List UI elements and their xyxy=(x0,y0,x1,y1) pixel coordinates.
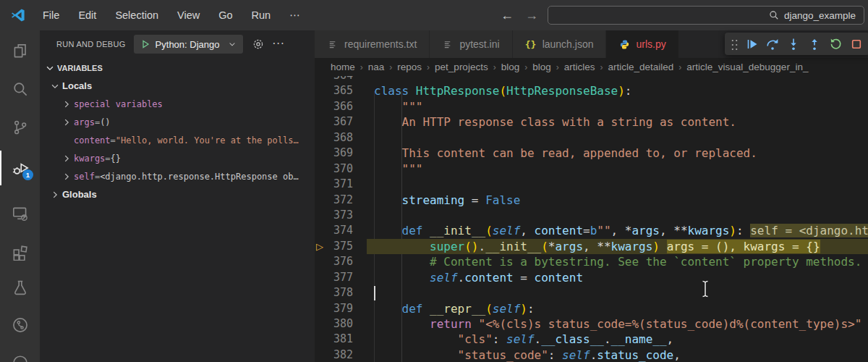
code-line-content[interactable]: self.content = content xyxy=(367,270,868,285)
code-line-content[interactable]: An HTTP response class with a string as … xyxy=(367,114,868,130)
code-line-content[interactable] xyxy=(367,285,868,300)
code-line-content[interactable]: "cls": self.__class__.__name__, xyxy=(367,332,868,347)
variable-row-kwargs[interactable]: kwargs = {} xyxy=(40,149,315,167)
breadcrumb-item-naa[interactable]: naa xyxy=(368,62,385,72)
breadcrumb-item-article_detailed[interactable]: article_detailed xyxy=(608,62,673,72)
breadcrumb-item-articles[interactable]: articles xyxy=(564,62,595,72)
line-number[interactable]: 364 xyxy=(315,76,353,83)
menu-item-file[interactable]: File xyxy=(33,0,69,30)
breadcrumb-item-article_visual_debugger_in_[interactable]: article_visual_debugger_in_ xyxy=(686,62,808,72)
debug-stop-button[interactable] xyxy=(849,37,864,51)
scope-label: Locals xyxy=(62,80,92,91)
tab-requirements-txt[interactable]: requirements.txt xyxy=(315,30,430,58)
variable-name: self xyxy=(74,172,95,182)
code-editor[interactable]: 364365class HttpResponse(HttpResponseBas… xyxy=(315,76,868,362)
code-line-content[interactable] xyxy=(367,177,868,192)
code-line: 379 def __repr__(self): xyxy=(315,301,868,316)
activity-item-share[interactable] xyxy=(0,308,40,342)
code-line-content[interactable]: return "<%(cls)s status_code=%(status_co… xyxy=(367,316,868,332)
code-line-content[interactable] xyxy=(367,130,868,146)
code-line: 367 An HTTP response class with a string… xyxy=(315,114,868,130)
command-center-search[interactable]: django_example xyxy=(548,6,864,25)
debug-step-into-button[interactable] xyxy=(786,37,801,51)
code-line-content[interactable]: """ xyxy=(367,99,868,114)
activity-item-account[interactable] xyxy=(0,342,40,362)
line-number[interactable]: 377 xyxy=(315,270,353,285)
activity-item-remote-explorer[interactable] xyxy=(0,196,40,231)
scope-label: Globals xyxy=(62,189,97,200)
activity-item-source-control[interactable] xyxy=(0,110,40,145)
variable-row-content[interactable]: content = "Hello, world. You're at the p… xyxy=(40,131,315,149)
line-number[interactable]: 369 xyxy=(315,146,353,161)
activity-item-explorer[interactable] xyxy=(0,33,40,68)
code-line-content[interactable]: "status_code": self.status_code, xyxy=(367,348,868,362)
debug-continue-button[interactable] xyxy=(744,37,759,51)
line-number[interactable]: 376 xyxy=(315,254,353,269)
breadcrumb-item-home[interactable]: home xyxy=(331,62,355,72)
launch-config-dropdown[interactable]: Python: Django xyxy=(134,35,243,54)
menu-item-[interactable]: ⋯ xyxy=(280,0,310,30)
menu-item-run[interactable]: Run xyxy=(242,0,281,30)
menu-item-view[interactable]: View xyxy=(168,0,209,30)
variables-scope-locals[interactable]: Locals xyxy=(40,77,315,95)
activity-item-search[interactable] xyxy=(0,72,40,106)
line-number[interactable]: 370 xyxy=(315,161,353,177)
line-number[interactable]: 374 xyxy=(315,223,353,238)
code-line-content[interactable] xyxy=(367,76,868,83)
variables-section-header[interactable]: VARIABLES xyxy=(40,59,315,77)
start-debugging-icon[interactable] xyxy=(140,39,150,49)
debug-step-over-button[interactable] xyxy=(765,37,780,51)
settings-gear-icon[interactable] xyxy=(252,38,264,50)
breadcrumb-item-blog[interactable]: blog xyxy=(501,62,520,72)
code-line-content[interactable]: This content can be read, appended to, o… xyxy=(367,146,868,161)
menu-item-selection[interactable]: Selection xyxy=(106,0,168,30)
breadcrumb-item-repos[interactable]: repos xyxy=(397,62,422,72)
chevron-down-icon xyxy=(50,81,60,91)
line-number[interactable]: 381 xyxy=(315,332,353,347)
tab-urls-py[interactable]: urls.py xyxy=(606,30,678,58)
line-number[interactable]: 368 xyxy=(315,130,353,146)
menu-item-edit[interactable]: Edit xyxy=(69,0,106,30)
breadcrumb-separator-icon: › xyxy=(389,62,392,72)
debug-restart-button[interactable] xyxy=(828,37,843,51)
variable-row-self[interactable]: self = <django.http.response.HttpRespons… xyxy=(40,167,315,185)
variable-row-special-variables[interactable]: special variables xyxy=(40,95,315,113)
code-line-content[interactable]: """ xyxy=(367,161,868,177)
line-number[interactable]: 367 xyxy=(315,114,353,130)
code-line-content[interactable]: class HttpResponse(HttpResponseBase): xyxy=(367,83,868,98)
activity-item-testing[interactable] xyxy=(0,270,40,305)
variable-row-args[interactable]: args = () xyxy=(40,113,315,131)
code-line: 382 "status_code": self.status_code, xyxy=(315,348,868,362)
tab-launch-json[interactable]: {}launch.json xyxy=(513,30,607,58)
code-line-content[interactable] xyxy=(367,208,868,223)
more-actions-icon[interactable]: ··· xyxy=(273,38,285,51)
activity-item-extensions[interactable] xyxy=(0,234,40,269)
code-line-content[interactable]: def __init__(self, content=b"", *args, *… xyxy=(367,223,868,238)
code-line-content[interactable]: super().__init__(*args, **kwargs) args =… xyxy=(367,239,868,254)
line-number[interactable]: 378 xyxy=(315,285,353,300)
line-number[interactable]: 372 xyxy=(315,193,353,208)
breadcrumb-separator-icon: › xyxy=(524,62,527,72)
line-number[interactable]: 365 xyxy=(315,83,353,98)
code-line-content[interactable]: # Content is a bytestring. See the `cont… xyxy=(367,254,868,269)
line-number[interactable]: 380 xyxy=(315,316,353,332)
line-number[interactable]: 366 xyxy=(315,99,353,114)
nav-back-icon[interactable]: ← xyxy=(501,8,514,23)
debug-step-out-button[interactable] xyxy=(807,37,822,51)
activity-item-run-and-debug[interactable]: 1 xyxy=(0,151,40,185)
line-number[interactable]: 382 xyxy=(315,348,353,362)
line-number[interactable]: 373 xyxy=(315,208,353,223)
breadcrumb-item-pet_projects[interactable]: pet_projects xyxy=(435,62,488,72)
line-number[interactable]: 379 xyxy=(315,301,353,316)
nav-forward-icon[interactable]: → xyxy=(525,8,538,23)
line-number[interactable]: 371 xyxy=(315,177,353,192)
toolbar-drag-handle[interactable] xyxy=(730,38,738,50)
tab-pytest-ini[interactable]: pytest.ini xyxy=(430,30,512,58)
variables-scope-globals[interactable]: Globals xyxy=(40,185,315,203)
code-line-content[interactable]: streaming = False xyxy=(367,193,868,208)
menu-item-go[interactable]: Go xyxy=(209,0,242,30)
breadcrumb-item-blog[interactable]: blog xyxy=(532,62,551,72)
line-number[interactable]: 375▷ xyxy=(315,239,353,254)
code-line-content[interactable]: def __repr__(self): xyxy=(367,301,868,316)
equals-sign: = xyxy=(111,135,116,146)
